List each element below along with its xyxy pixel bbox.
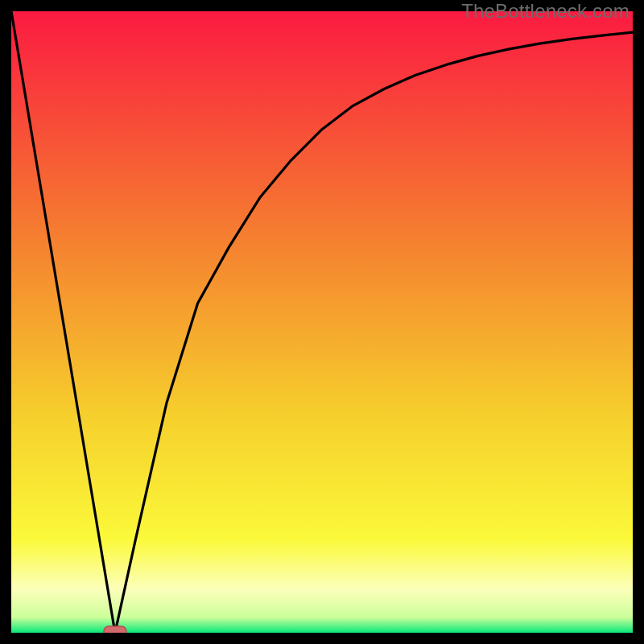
chart-frame [11, 11, 633, 633]
bottleneck-chart [11, 11, 633, 633]
watermark-label: TheBottleneck.com [461, 0, 630, 23]
chart-background-gradient [11, 11, 633, 633]
optimal-point-marker [104, 626, 126, 633]
